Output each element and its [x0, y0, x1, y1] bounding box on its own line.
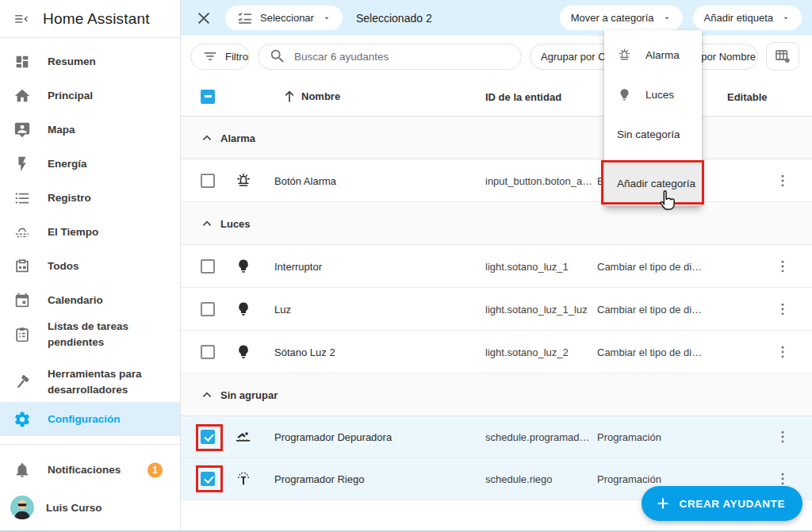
select-menu-button[interactable]: Seleccionar — [225, 6, 343, 30]
row-overflow-menu-button[interactable] — [774, 172, 791, 189]
sidebar-item-principal[interactable]: Principal — [0, 78, 180, 113]
group-header-alarma[interactable]: Alarma — [181, 117, 812, 159]
row-entity-id: light.sotano_luz_1_luz — [485, 303, 588, 315]
row-overflow-menu-button[interactable] — [774, 343, 791, 361]
notification-badge: 1 — [147, 462, 163, 477]
row-checkbox[interactable] — [201, 174, 215, 188]
plus-icon — [654, 495, 672, 512]
lightbulb-icon — [235, 300, 252, 318]
table-row[interactable]: Luzlight.sotano_luz_1_luzCambiar el tipo… — [181, 288, 812, 331]
swim-icon — [235, 428, 252, 446]
toolbar: Filtros Agrupar por Categoría Ordenar po… — [181, 36, 812, 77]
row-overflow-menu-button[interactable] — [774, 470, 791, 488]
row-checkbox[interactable] — [201, 472, 215, 486]
close-selection-button[interactable] — [193, 8, 214, 29]
sidebar-item-label: Configuración — [48, 411, 171, 427]
app-title: Home Assistant — [43, 10, 150, 28]
row-checkbox[interactable] — [201, 430, 215, 444]
sidebar-item-mapa[interactable]: Mapa — [0, 113, 180, 147]
map-account-icon — [13, 121, 31, 139]
create-helper-button[interactable]: CREAR AYUDANTE — [642, 486, 802, 521]
sidebar-item-el-tiempo[interactable]: El Tiempo — [0, 215, 180, 249]
sidebar-item-todos[interactable]: Todos — [0, 249, 180, 283]
user-name: Luis Curso — [46, 502, 102, 514]
chevron-down-icon — [661, 12, 673, 25]
selection-bar: Seleccionar Seleccionado 2 Mover a categ… — [181, 0, 812, 36]
search-input[interactable] — [293, 50, 511, 63]
select-all-checkbox[interactable] — [201, 90, 215, 104]
weather-hazy-icon — [13, 224, 31, 241]
row-overflow-menu-button[interactable] — [774, 300, 791, 318]
row-checkbox[interactable] — [201, 302, 215, 316]
table-row[interactable]: Sótano Luz 2light.sotano_luz_2Cambiar el… — [181, 331, 812, 373]
menu-item-sin-categoría[interactable]: Sin categoría — [604, 114, 702, 154]
sidebar-item-listas-de-tareas-pendientes[interactable]: Listas de tareas pendientes — [0, 317, 180, 351]
group-header-sin-agrupar[interactable]: Sin agrupar — [181, 373, 812, 416]
row-checkbox[interactable] — [201, 345, 215, 359]
group-label: Luces — [220, 217, 251, 229]
hammer-icon — [13, 373, 31, 391]
sidebar-item-label: Mapa — [48, 122, 171, 138]
table-row[interactable]: Botón Alarmainput_button.boton_a…Botón — [181, 159, 812, 202]
chevron-up-icon — [198, 129, 216, 147]
sidebar-user[interactable]: Luis Curso — [0, 487, 180, 528]
sidebar-item-registro[interactable]: Registro — [0, 181, 180, 215]
row-name: Interruptor — [274, 260, 322, 272]
screens-icon — [13, 258, 31, 275]
row-entity-id: schedule.riego — [485, 473, 553, 485]
sidebar-nav: ResumenPrincipalMapaEnergíaRegistroEl Ti… — [0, 38, 180, 436]
table-row[interactable]: Programador Depuradoraschedule.programad… — [181, 416, 812, 458]
filter-icon — [201, 48, 219, 65]
table-header-row: Nombre ID de la entidad Editable — [181, 77, 812, 117]
row-type: Cambiar el tipo de di… — [597, 260, 702, 272]
sidebar-item-label: Calendario — [48, 293, 171, 308]
menu-item-label: Luces — [645, 89, 674, 101]
menu-item-añadir-categoría[interactable]: Añadir categoría — [604, 163, 702, 203]
table-row[interactable]: Interruptorlight.sotano_luz_1Cambiar el … — [181, 245, 812, 288]
row-name: Luz — [274, 303, 291, 315]
column-header-entity-id[interactable]: ID de la entidad — [485, 90, 561, 102]
search-box — [258, 44, 522, 70]
alarm-light-icon — [617, 48, 632, 63]
close-icon — [195, 10, 213, 27]
sidebar-item-energ-a[interactable]: Energía — [0, 147, 180, 181]
search-icon — [269, 48, 286, 65]
row-overflow-menu-button[interactable] — [774, 258, 791, 275]
sidebar-collapse-icon[interactable] — [13, 10, 30, 28]
helpers-table: Nombre ID de la entidad Editable AlarmaB… — [181, 77, 812, 500]
row-type: Programación — [597, 473, 661, 485]
menu-item-label: Añadir categoría — [617, 178, 695, 189]
sprinkler-icon — [235, 470, 252, 488]
menu-item-label: Alarma — [645, 49, 680, 61]
sidebar-item-label: Todos — [48, 258, 171, 274]
row-entity-id: schedule.programad… — [485, 431, 590, 443]
group-header-luces[interactable]: Luces — [181, 202, 812, 245]
filters-button[interactable]: Filtros — [190, 44, 250, 70]
row-overflow-menu-button[interactable] — [774, 428, 791, 446]
selected-count: Seleccionado 2 — [356, 12, 432, 25]
row-entity-id: light.sotano_luz_1 — [485, 260, 569, 272]
sidebar-item-calendario[interactable]: Calendario — [0, 283, 180, 317]
sidebar-item-configuraci-n[interactable]: Configuración — [0, 402, 180, 436]
menu-item-alarma[interactable]: Alarma — [604, 35, 702, 75]
table-cog-icon — [774, 48, 791, 65]
clipboard-icon — [13, 326, 31, 343]
row-entity-id: light.sotano_luz_2 — [485, 346, 569, 358]
sort-arrow-up-icon — [281, 88, 298, 105]
move-category-label: Mover a categoría — [571, 12, 654, 24]
add-tag-button[interactable]: Añadir etiqueta — [693, 6, 802, 30]
select-label: Seleccionar — [260, 12, 314, 24]
cog-icon — [13, 411, 31, 428]
sidebar-item-herramientas-para-desarrolladores[interactable]: Herramientas para desarrolladores — [0, 362, 180, 402]
filters-label: Filtros — [225, 51, 250, 63]
row-name: Botón Alarma — [274, 174, 336, 186]
move-to-category-button[interactable]: Mover a categoría — [560, 6, 683, 30]
calendar-icon — [13, 292, 31, 309]
row-checkbox[interactable] — [201, 259, 215, 274]
menu-item-luces[interactable]: Luces — [604, 75, 702, 114]
table-settings-button[interactable] — [766, 42, 799, 71]
column-header-name[interactable]: Nombre — [281, 88, 340, 105]
sidebar-item-notificaciones[interactable]: Notificaciones 1 — [0, 453, 180, 487]
column-header-editable[interactable]: Editable — [727, 90, 768, 102]
sidebar-item-resumen[interactable]: Resumen — [0, 44, 180, 78]
